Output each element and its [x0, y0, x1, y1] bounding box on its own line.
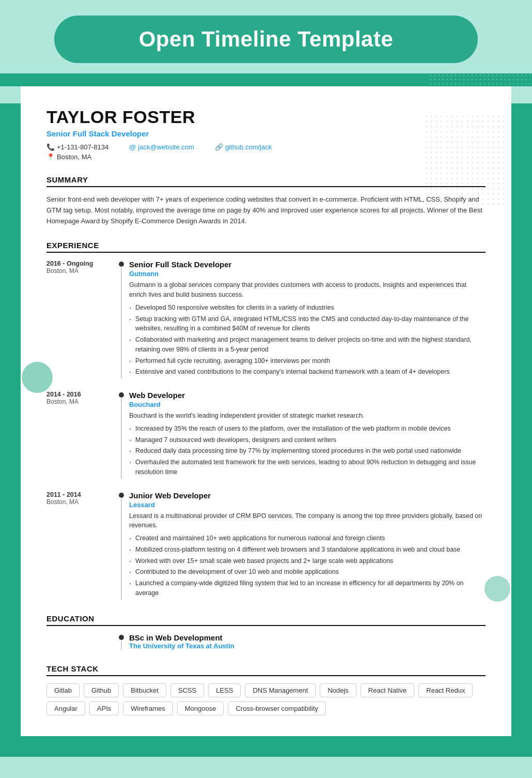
exp-location-3: Boston, MA	[46, 498, 114, 506]
bullet-2-4: Overhauled the automated test framework …	[129, 457, 486, 477]
tech-badge: React Native	[361, 683, 414, 697]
exp-item-3: 2011 - 2014 Boston, MA Junior Web Develo…	[46, 491, 486, 600]
tech-badge: Cross-browser compatibility	[228, 701, 326, 715]
tech-badge: Bitbucket	[123, 683, 166, 697]
location-value: Boston, MA	[57, 153, 91, 161]
exp-right-2: Web Developer Bouchard Bouchard is the w…	[129, 391, 486, 479]
tech-stack-row2: AngularAPIsWireframesMongooseCross-brows…	[46, 701, 486, 715]
bullet-1-2: Setup tracking with GTM and GA, integrat…	[129, 314, 486, 334]
exp-bullets-3: Created and maintained 10+ web applicati…	[129, 533, 486, 598]
exp-dot-1	[119, 262, 124, 267]
edu-item-1: BSc in Web Development The University of…	[46, 633, 486, 650]
exp-divider-1	[114, 260, 129, 378]
phone-contact: 📞 +1-131-807-8134	[46, 143, 108, 151]
tech-badge: Mongoose	[177, 701, 224, 715]
bullet-2-3: Reduced daily data processing time by 77…	[129, 446, 486, 456]
exp-location-1: Boston, MA	[46, 267, 114, 274]
tech-badge: Github	[84, 683, 119, 697]
exp-line-1	[121, 268, 122, 378]
candidate-title: Senior Full Stack Developer	[46, 129, 486, 138]
tech-badge: Angular	[46, 701, 85, 715]
edu-line-1	[121, 641, 122, 650]
exp-company-2: Bouchard	[129, 401, 486, 408]
bullet-3-4: Contributed to the development of over 1…	[129, 567, 486, 577]
exp-jobtitle-3: Junior Web Developer	[129, 491, 486, 500]
email-contact: @ jack@website.com	[129, 143, 194, 151]
tech-badge: SCSS	[170, 683, 204, 697]
exp-left-1: 2016 - Ongoing Boston, MA	[46, 260, 114, 378]
exp-jobtitle-2: Web Developer	[129, 391, 486, 400]
exp-jobtitle-1: Senior Full Stack Developer	[129, 260, 486, 269]
tech-badge: LESS	[208, 683, 241, 697]
exp-years-1: 2016 - Ongoing	[46, 260, 114, 267]
tech-badge: Wireframes	[123, 701, 173, 715]
edu-left-1	[46, 633, 114, 650]
experience-section: EXPERIENCE 2016 - Ongoing Boston, MA Sen…	[46, 241, 486, 599]
header-pill: Open Timeline Template	[54, 16, 478, 63]
contact-row-2: 📍 Boston, MA	[46, 153, 486, 161]
email-icon: @	[129, 143, 136, 151]
summary-text: Senior front-end web developer with 7+ y…	[46, 194, 486, 226]
bullet-2-2: Managed 7 outsourced web developers, des…	[129, 435, 486, 445]
tech-badge: Nodejs	[320, 683, 356, 697]
exp-item-2: 2014 - 2016 Boston, MA Web Developer Bou…	[46, 391, 486, 479]
exp-desc-1: Gutmann is a global services company tha…	[129, 280, 486, 300]
green-right-bar	[511, 103, 532, 757]
exp-company-1: Gutmann	[129, 270, 486, 278]
exp-years-3: 2011 - 2014	[46, 491, 114, 498]
candidate-name: TAYLOR FOSTER	[46, 107, 486, 127]
tech-badge: React Redux	[418, 683, 473, 697]
github-icon: 🔗	[215, 143, 223, 151]
exp-dot-3	[119, 493, 124, 498]
bullet-1-3: Collaborated with marketing and project …	[129, 335, 486, 355]
name-section: TAYLOR FOSTER Senior Full Stack Develope…	[46, 107, 486, 161]
contact-row-1: 📞 +1-131-807-8134 @ jack@website.com 🔗 g…	[46, 143, 486, 151]
bullet-3-1: Created and maintained 10+ web applicati…	[129, 533, 486, 543]
exp-divider-2	[114, 391, 129, 479]
github-value: github.com/jack	[225, 143, 272, 151]
exp-divider-3	[114, 491, 129, 600]
bottom-band	[0, 736, 532, 757]
tech-badge: DNS Management	[245, 683, 316, 697]
bullet-3-5: Launched a company-wide digitized filing…	[129, 578, 486, 598]
tech-badge: APIs	[89, 701, 119, 715]
bullet-2-1: Increased by 35% the reach of users to t…	[129, 424, 486, 434]
education-label: EDUCATION	[46, 614, 486, 626]
edu-right-1: BSc in Web Development The University of…	[129, 633, 486, 650]
green-circle-deco2	[484, 576, 510, 602]
github-contact: 🔗 github.com/jack	[215, 143, 272, 151]
page-title: Open Timeline Template	[96, 27, 436, 52]
bullet-1-5: Extensive and varied contributions to th…	[129, 367, 486, 377]
bullet-3-3: Worked with over 15+ small scale web bas…	[129, 556, 486, 566]
experience-label: EXPERIENCE	[46, 241, 486, 253]
location-icon: 📍	[46, 153, 55, 161]
exp-desc-2: Bouchard is the world's leading independ…	[129, 411, 486, 421]
email-value: jack@website.com	[138, 143, 194, 151]
edu-divider-1	[114, 633, 129, 650]
exp-dot-2	[119, 392, 124, 398]
green-left-bar	[0, 103, 21, 757]
deco-band	[0, 73, 532, 86]
location-contact: 📍 Boston, MA	[46, 153, 91, 161]
edu-school-1: The University of Texas at Austin	[129, 642, 486, 650]
exp-bullets-1: Developed 50 responsive websites for cli…	[129, 303, 486, 377]
exp-location-2: Boston, MA	[46, 398, 114, 405]
exp-years-2: 2014 - 2016	[46, 391, 114, 398]
summary-section: SUMMARY Senior front-end web developer w…	[46, 175, 486, 226]
page-wrapper: Open Timeline Template TAYLOR FOSTER Sen…	[0, 0, 532, 757]
resume-card: TAYLOR FOSTER Senior Full Stack Develope…	[21, 86, 511, 736]
exp-desc-3: Lessard is a multinational provider of C…	[129, 511, 486, 531]
exp-right-3: Junior Web Developer Lessard Lessard is …	[129, 491, 486, 600]
tech-stack-label: TECH STACK	[46, 664, 486, 676]
bullet-1-4: Performed full cycle recruiting, averagi…	[129, 356, 486, 366]
tech-stack-row1: GitlabGithubBitbucketSCSSLESSDNS Managem…	[46, 683, 486, 697]
exp-right-1: Senior Full Stack Developer Gutmann Gutm…	[129, 260, 486, 378]
tech-stack-section: TECH STACK GitlabGithubBitbucketSCSSLESS…	[46, 664, 486, 715]
header-banner: Open Timeline Template	[0, 0, 532, 73]
exp-item-1: 2016 - Ongoing Boston, MA Senior Full St…	[46, 260, 486, 378]
exp-company-3: Lessard	[129, 501, 486, 509]
summary-label: SUMMARY	[46, 175, 486, 187]
exp-line-2	[121, 399, 122, 479]
green-circle-deco	[22, 362, 53, 393]
phone-icon: 📞	[46, 143, 55, 151]
